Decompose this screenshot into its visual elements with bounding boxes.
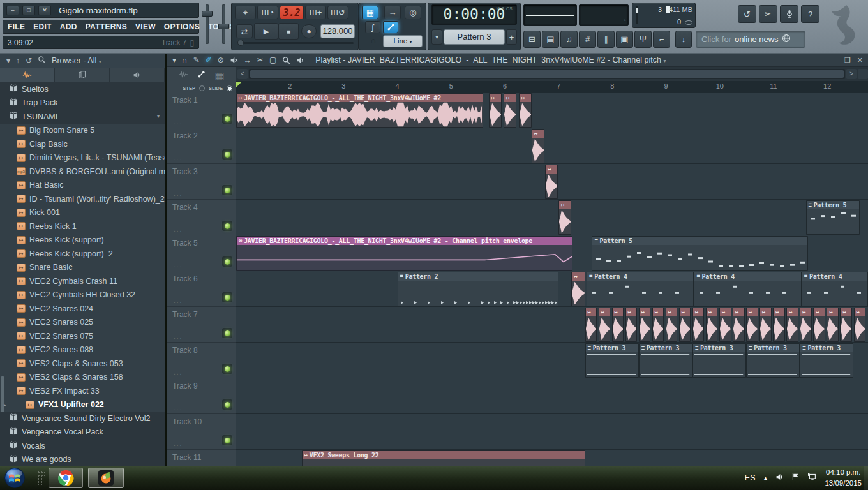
menu-tool[interactable]: ▾ xyxy=(172,56,176,64)
app-minimize-button[interactable]: – xyxy=(6,6,19,15)
browser-item[interactable]: ↦VES2 Claps & Snares 158 xyxy=(0,371,165,385)
audio-clip[interactable]: ↦ xyxy=(733,308,745,342)
microphone-button[interactable] xyxy=(780,5,798,23)
menu-edit[interactable]: EDIT xyxy=(33,22,52,31)
audio-clip[interactable]: ↦ xyxy=(504,93,516,128)
track-header[interactable]: Track 8 ... xyxy=(167,343,236,378)
browser-item[interactable]: Vengeance Vocal Pack xyxy=(0,426,165,440)
audio-clip[interactable]: ↦ xyxy=(639,308,651,342)
audio-clip[interactable]: ↦ xyxy=(599,308,611,342)
track-header[interactable]: Track 7 ... xyxy=(167,307,236,343)
browser-item[interactable]: ↦VEC2 Snares 025 xyxy=(0,316,165,330)
track-mute-led[interactable] xyxy=(222,328,232,338)
audio-clip[interactable]: ↦ xyxy=(719,308,731,342)
browser-item[interactable]: ↦Snare Basic xyxy=(0,261,165,275)
browser-item[interactable]: mp3DVBBS & BORGEOU..ami (Original mix) xyxy=(0,165,165,179)
keyboard-clock-button[interactable]: Ш◔ xyxy=(257,6,278,19)
play-button[interactable]: ▶ xyxy=(254,23,278,40)
browser-item[interactable]: ↦Reebs Kick (support)_2 xyxy=(0,247,165,261)
master-pitch-slider[interactable] xyxy=(222,4,225,44)
browser-item[interactable]: ↦VEC2 Snares 088 xyxy=(0,343,165,357)
keyboard-loop-button[interactable]: Ш↺ xyxy=(327,6,348,19)
browser-item[interactable]: ↦Kick 001 xyxy=(0,206,165,220)
browser-item[interactable]: TSUNAMI▾ xyxy=(0,110,165,124)
audio-clip[interactable]: ↦ xyxy=(786,308,798,342)
download-button[interactable]: ↓ xyxy=(675,31,692,48)
scroll-corner-box[interactable] xyxy=(858,69,868,79)
audio-clip[interactable]: ↦ xyxy=(612,308,624,342)
hscroll-thumb[interactable] xyxy=(250,70,844,78)
audio-clip[interactable]: ↦ xyxy=(519,93,532,128)
browser-item[interactable]: ↦Reebs Kick (support) xyxy=(0,234,165,248)
playlist-minimize-button[interactable]: – xyxy=(834,56,838,64)
browser-title[interactable]: Browser - All ▾ xyxy=(52,56,101,65)
tempo-display[interactable]: 128.000 xyxy=(320,24,355,38)
piano-roll-button[interactable]: ♫ xyxy=(560,31,578,48)
pattern-clip[interactable]: ≡Pattern 3 xyxy=(639,343,692,378)
track-header[interactable]: Track 4 ... xyxy=(167,200,236,235)
volume-icon[interactable] xyxy=(775,472,784,484)
pattern-clip[interactable]: ≡Pattern 4 xyxy=(587,272,694,306)
audio-clip[interactable]: ↦ xyxy=(652,308,664,342)
pattern-clip[interactable]: ≡Pattern 3 xyxy=(692,343,746,378)
audition-tab[interactable] xyxy=(110,68,165,82)
waveform-tab[interactable] xyxy=(0,68,55,82)
playlist-view-button[interactable]: ⊟ xyxy=(523,31,541,48)
keyboard-add-button[interactable]: Ш+ xyxy=(305,6,326,19)
step-toggle[interactable] xyxy=(199,85,205,91)
playlist-close-button[interactable]: ✕ xyxy=(857,56,863,64)
playlist-title[interactable]: Playlist - JAVIER_BAZTERRICAGIGOLO_-_ALL… xyxy=(315,56,666,64)
pattern-clip[interactable]: ≡Pattern 2 xyxy=(398,272,559,306)
plugin-picker-button[interactable]: Ψ xyxy=(634,31,652,48)
browser-undo-icon[interactable]: ↺ xyxy=(26,56,32,65)
track-header[interactable]: Track 11 ... xyxy=(167,450,236,466)
browser-item[interactable]: Vocals xyxy=(0,439,165,453)
track-header[interactable]: Track 10 ... xyxy=(167,414,236,450)
show-desktop-button[interactable] xyxy=(864,466,868,490)
browser-view-button[interactable]: # xyxy=(579,31,596,48)
menu-add[interactable]: ADD xyxy=(60,22,77,31)
audio-clip[interactable]: ↦ xyxy=(679,308,691,342)
sync-button[interactable]: ↺ xyxy=(738,5,756,23)
audio-clip[interactable]: ↦ xyxy=(532,129,544,163)
audio-clip[interactable]: ↦ xyxy=(692,308,705,342)
shuffle-slider[interactable] xyxy=(239,42,354,44)
browser-item[interactable]: Vengeance Sound Dirty Electro Vol2 xyxy=(0,412,165,426)
track-mute-led[interactable] xyxy=(222,364,232,374)
track-mute-led[interactable] xyxy=(222,221,232,231)
help-button[interactable]: ? xyxy=(801,5,819,23)
mixer-button[interactable]: ∥ xyxy=(597,31,615,48)
browser-up-icon[interactable]: ↑ xyxy=(16,56,20,65)
track-mute-led[interactable] xyxy=(222,399,232,410)
browser-item[interactable]: ↦ID - Tsunami (Worl..tity' Radioshow)_2 xyxy=(0,192,165,206)
slide-bend-button[interactable]: ʃ xyxy=(365,21,380,33)
browser-item[interactable]: ↦VES2 Claps & Snares 053 xyxy=(0,357,165,371)
audio-clip[interactable]: ↦ xyxy=(666,308,678,342)
master-volume-slider[interactable] xyxy=(206,4,209,44)
audio-clip[interactable]: ↦ xyxy=(558,200,571,235)
delete-tool[interactable]: ⊘ xyxy=(218,56,224,64)
audio-clip[interactable]: ↦ xyxy=(571,272,585,306)
timeline-ruler[interactable]: 23456789101112 xyxy=(236,81,868,93)
pattern-clip[interactable]: ≡Pattern 4 xyxy=(802,272,868,306)
action-center-icon[interactable] xyxy=(791,472,800,484)
audio-clip[interactable]: ↦VFX2 Sweeps Long 22 xyxy=(302,450,586,466)
browser-item[interactable]: ↦Reebs Kick 1 xyxy=(0,219,165,234)
record-button[interactable]: ● xyxy=(301,24,317,38)
network-icon[interactable] xyxy=(807,472,817,484)
browser-item[interactable]: ↦VES2 FX Impact 33 xyxy=(0,384,165,398)
scroll-right-button[interactable]: > xyxy=(846,69,857,79)
cut-button[interactable]: ✂ xyxy=(759,5,777,23)
wave-view-tab[interactable] xyxy=(179,70,188,82)
grid-snap-button[interactable]: ▦ xyxy=(362,6,378,19)
pattern-clip[interactable]: ≡Pattern 3 xyxy=(800,343,853,378)
select-tool[interactable]: ▢ xyxy=(269,56,276,64)
track-mute-led[interactable] xyxy=(222,114,232,124)
track-mute-led[interactable] xyxy=(222,149,232,160)
stop-button[interactable]: ■ xyxy=(278,23,299,40)
playhead-marker[interactable] xyxy=(236,82,242,87)
audio-clip[interactable]: ↦ xyxy=(585,308,597,342)
scroll-left-button[interactable]: < xyxy=(237,69,248,79)
marker-view-tab[interactable]: ▦ xyxy=(214,70,224,82)
audio-clip[interactable]: ↦ xyxy=(773,308,785,342)
